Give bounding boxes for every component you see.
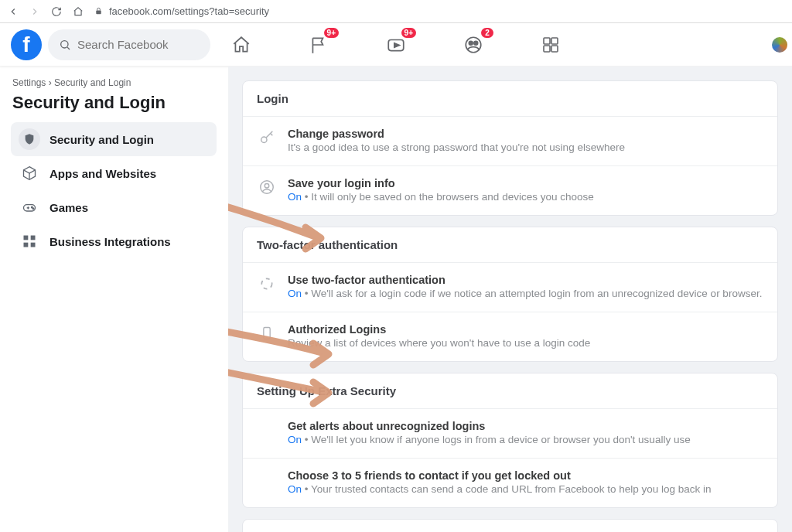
row-subtitle: On • Your trusted contacts can send a co… <box>288 483 712 495</box>
status-on: On <box>288 288 302 299</box>
row-save-login[interactable]: Save your login info On • It will only b… <box>243 165 777 215</box>
fb-top-bar: f 9+ 9+ 2 <box>0 23 792 66</box>
svg-point-23 <box>261 137 267 142</box>
section-two-factor: Two-factor authentication Use two-factor… <box>242 227 778 362</box>
svg-rect-12 <box>551 46 558 52</box>
section-extra-security: Setting Up Extra Security Get alerts abo… <box>242 373 778 508</box>
row-change-password[interactable]: Change password It's a good idea to use … <box>243 116 777 165</box>
nav-pages-icon[interactable]: 9+ <box>303 29 334 60</box>
home-icon[interactable] <box>73 6 84 17</box>
breadcrumb[interactable]: Settings › Security and Login <box>12 77 215 88</box>
sidebar: Settings › Security and Login Security a… <box>0 66 228 532</box>
row-subtitle: Review a list of devices where you won't… <box>288 337 590 349</box>
game-icon <box>19 196 40 218</box>
row-subtitle: On • We'll ask for a login code if we no… <box>288 288 762 299</box>
row-title: Get alerts about unrecognized logins <box>288 420 691 432</box>
phone-icon <box>257 323 277 343</box>
svg-marker-5 <box>394 43 399 46</box>
shield-icon <box>19 128 40 150</box>
row-title: Use two-factor authentication <box>288 274 762 286</box>
sidebar-item-label: Business Integrations <box>50 235 171 248</box>
row-subtitle: It's a good idea to use a strong passwor… <box>288 142 625 153</box>
nav-gaming-icon[interactable] <box>535 29 566 60</box>
search-input[interactable] <box>77 38 200 51</box>
status-on: On <box>288 483 302 495</box>
spinner-icon <box>257 274 277 294</box>
row-title: Authorized Logins <box>288 323 590 336</box>
sidebar-item-games[interactable]: Games <box>11 190 217 224</box>
key-icon <box>257 128 277 148</box>
svg-point-8 <box>474 41 478 45</box>
svg-rect-11 <box>544 46 550 52</box>
sidebar-item-label: Apps and Websites <box>50 167 156 180</box>
svg-rect-21 <box>24 243 29 247</box>
browser-toolbar: facebook.com/settings?tab=security <box>0 0 792 23</box>
status-on: On <box>288 191 302 203</box>
forward-icon[interactable] <box>29 6 40 17</box>
blank-icon <box>257 469 277 489</box>
reload-icon[interactable] <box>51 6 62 17</box>
svg-line-25 <box>271 134 273 136</box>
svg-rect-22 <box>31 243 36 247</box>
back-icon[interactable] <box>8 6 19 17</box>
nav-groups-icon[interactable]: 2 <box>458 29 489 60</box>
row-title: Change password <box>288 128 625 140</box>
sidebar-item-apps[interactable]: Apps and Websites <box>11 156 217 190</box>
svg-point-28 <box>261 278 271 288</box>
row-trusted-friends[interactable]: Choose 3 to 5 friends to contact if you … <box>243 458 777 507</box>
main-content: Login Change password It's a good idea t… <box>228 66 792 532</box>
row-title: Choose 3 to 5 friends to contact if you … <box>288 469 712 482</box>
section-login: Login Change password It's a good idea t… <box>242 80 778 216</box>
page-title: Security and Login <box>12 93 215 113</box>
grid-icon <box>19 230 40 252</box>
status-on: On <box>288 434 302 445</box>
sidebar-item-label: Security and Login <box>50 133 154 146</box>
nav-watch-icon[interactable]: 9+ <box>381 29 411 60</box>
row-alerts-unrecognized[interactable]: Get alerts about unrecognized logins On … <box>243 408 777 458</box>
lock-icon <box>94 7 103 15</box>
svg-point-18 <box>32 208 34 210</box>
badge-groups: 2 <box>481 28 493 38</box>
address-bar-url[interactable]: facebook.com/settings?tab=security <box>109 5 269 17</box>
svg-point-27 <box>265 183 269 188</box>
row-use-two-factor[interactable]: Use two-factor authentication On • We'll… <box>243 262 777 312</box>
nav-home-icon[interactable] <box>226 29 257 60</box>
facebook-logo[interactable]: f <box>11 29 42 60</box>
svg-rect-0 <box>96 11 101 15</box>
cube-icon <box>19 162 40 184</box>
row-authorized-logins[interactable]: Authorized Logins Review a list of devic… <box>243 312 777 361</box>
svg-point-17 <box>32 206 33 208</box>
row-title: Save your login info <box>288 177 594 189</box>
svg-line-2 <box>67 47 70 49</box>
section-advanced: Advanced Encrypted notification emails A… <box>242 519 778 532</box>
badge-watch: 9+ <box>401 28 416 38</box>
avatar[interactable] <box>772 37 787 53</box>
badge-pages: 9+ <box>324 28 339 38</box>
sidebar-item-label: Games <box>50 201 88 214</box>
sidebar-item-business[interactable]: Business Integrations <box>11 224 217 258</box>
svg-rect-20 <box>31 236 36 240</box>
row-subtitle: On • We'll let you know if anyone logs i… <box>288 434 691 445</box>
search-wrapper[interactable] <box>48 29 210 60</box>
user-circle-icon <box>257 177 277 197</box>
svg-point-1 <box>61 40 68 47</box>
svg-point-7 <box>469 41 473 45</box>
svg-rect-9 <box>544 38 550 44</box>
search-icon <box>59 39 71 51</box>
section-header: Login <box>243 81 777 116</box>
row-subtitle: On • It will only be saved on the browse… <box>288 191 594 203</box>
svg-rect-10 <box>551 38 558 44</box>
blank-icon <box>257 420 277 440</box>
sidebar-item-security[interactable]: Security and Login <box>11 122 217 156</box>
section-header: Two-factor authentication <box>243 227 777 262</box>
section-header: Advanced <box>243 520 777 532</box>
section-header: Setting Up Extra Security <box>243 373 777 408</box>
svg-rect-19 <box>24 236 29 240</box>
